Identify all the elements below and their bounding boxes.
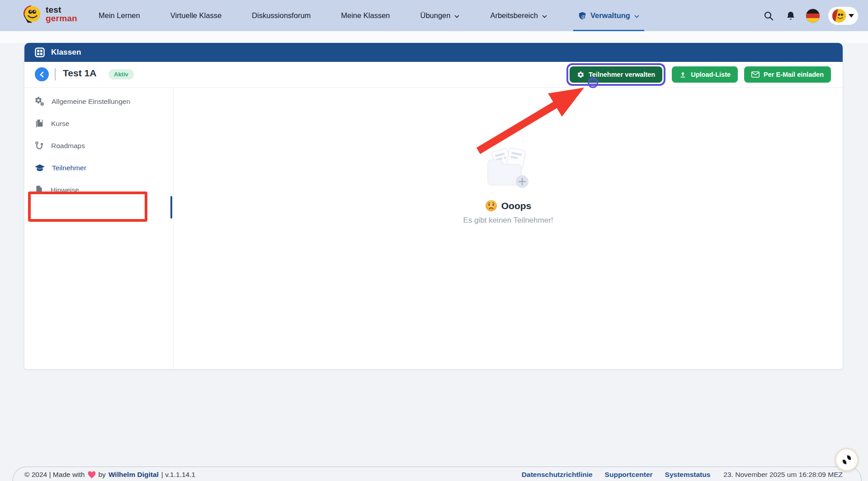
- status-badge: Aktiv: [108, 69, 134, 79]
- mail-icon: [751, 71, 760, 78]
- footer-link-supportcenter[interactable]: Supportcenter: [605, 471, 653, 479]
- footer-copyright: © 2024 | Made with by Wilhelm Digital | …: [24, 471, 195, 479]
- worried-face-emoji: [485, 200, 497, 212]
- footer-link-systemstatus[interactable]: Systemstatus: [665, 471, 711, 479]
- chevron-left-icon: [39, 71, 45, 78]
- upload-list-button[interactable]: Upload-Liste: [672, 66, 738, 83]
- nav-item-meine-klassen[interactable]: Meine Klassen: [341, 0, 390, 31]
- klassen-card: Klassen Test 1A Aktiv Teilnehmer verwalt…: [24, 43, 843, 369]
- section-title: Klassen: [51, 48, 81, 57]
- card-body: Allgemeine Einstellungen Kurse Roadmaps: [24, 88, 843, 369]
- chevron-down-icon: [634, 14, 640, 19]
- empty-state-message: Es gibt keinen Teilnehmer!: [174, 216, 843, 225]
- nav-item-arbeitsbereich[interactable]: Arbeitsbereich: [490, 0, 547, 31]
- shield-user-icon: [578, 11, 587, 20]
- empty-folder-illustration: [481, 146, 536, 190]
- footer-company[interactable]: Wilhelm Digital: [108, 471, 159, 479]
- participants-content: Ooops Es gibt keinen Teilnehmer!: [174, 88, 843, 369]
- class-title-row: Test 1A Aktiv Teilnehmer verwalten Uploa…: [24, 62, 843, 87]
- avatar: [832, 9, 846, 23]
- german-flag-language-switch[interactable]: [806, 9, 820, 23]
- search-icon[interactable]: [762, 9, 775, 23]
- accessibility-widget-button[interactable]: [835, 448, 859, 472]
- chevron-down-icon: [542, 14, 547, 19]
- sidebar-item-hinweise[interactable]: Hinweise: [24, 179, 173, 201]
- footer-timestamp: 23. November 2025 um 16:28:09 MEZ: [723, 471, 843, 479]
- grid-icon: [34, 47, 45, 58]
- back-button[interactable]: [35, 67, 49, 81]
- caret-down-icon: [849, 14, 854, 18]
- footer-links: Datenschutzrichtlinie Supportcenter Syst…: [522, 471, 843, 479]
- class-name-title: Test 1A: [63, 68, 96, 79]
- page-background-band: [0, 31, 868, 43]
- route-icon: [34, 141, 44, 151]
- nav-item-uebungen[interactable]: Übungen: [420, 0, 460, 31]
- upload-icon: [679, 71, 687, 79]
- heart-icon: [88, 471, 96, 479]
- nav-item-verwaltung[interactable]: Verwaltung: [578, 0, 640, 31]
- brand-logo[interactable]: test german: [21, 4, 77, 24]
- empty-state: Ooops Es gibt keinen Teilnehmer!: [174, 146, 843, 225]
- nav-item-mein-lernen[interactable]: Mein Lernen: [99, 0, 140, 31]
- manage-participants-button[interactable]: Teilnehmer verwalten: [570, 66, 662, 83]
- footer: © 2024 | Made with by Wilhelm Digital | …: [24, 469, 843, 481]
- chevron-down-icon: [454, 14, 460, 19]
- gears-icon: [34, 96, 45, 107]
- navbar-right-cluster: [762, 0, 858, 31]
- brand-wordmark: test german: [46, 5, 77, 23]
- annotation-click-circle: [588, 78, 598, 88]
- annotation-purple-ring: Teilnehmer verwalten: [566, 63, 665, 86]
- main-navigation: Mein Lernen Virtuelle Klasse Diskussions…: [99, 0, 640, 31]
- user-menu[interactable]: [828, 7, 858, 25]
- invite-by-email-button[interactable]: Per E-Mail einladen: [744, 66, 831, 83]
- sidebar-item-allgemeine-einstellungen[interactable]: Allgemeine Einstellungen: [24, 90, 173, 112]
- sidebar-item-kurse[interactable]: Kurse: [24, 112, 173, 135]
- bell-icon[interactable]: [784, 9, 797, 23]
- class-actions: Teilnehmer verwalten Upload-Liste Per E-…: [566, 62, 831, 87]
- card-header-bar: Klassen: [24, 43, 843, 62]
- book-icon: [34, 119, 44, 129]
- brand-logo-icon: [21, 4, 42, 24]
- title-separator: [55, 68, 56, 80]
- gear-icon: [577, 71, 585, 79]
- document-icon: [34, 185, 44, 195]
- top-navbar: test german Mein Lernen Virtuelle Klasse…: [0, 0, 868, 31]
- graduation-cap-icon: [34, 163, 45, 173]
- nav-item-diskussionsforum[interactable]: Diskussionsforum: [252, 0, 311, 31]
- nav-item-virtuelle-klasse[interactable]: Virtuelle Klasse: [170, 0, 222, 31]
- class-settings-sidebar: Allgemeine Einstellungen Kurse Roadmaps: [24, 88, 174, 369]
- active-item-indicator: [170, 196, 172, 219]
- sidebar-item-roadmaps[interactable]: Roadmaps: [24, 135, 173, 157]
- leaf-widget-icon: [840, 453, 853, 466]
- footer-link-datenschutz[interactable]: Datenschutzrichtlinie: [522, 471, 593, 479]
- empty-state-title: Ooops: [174, 200, 843, 212]
- sidebar-item-teilnehmer[interactable]: Teilnehmer: [24, 157, 173, 179]
